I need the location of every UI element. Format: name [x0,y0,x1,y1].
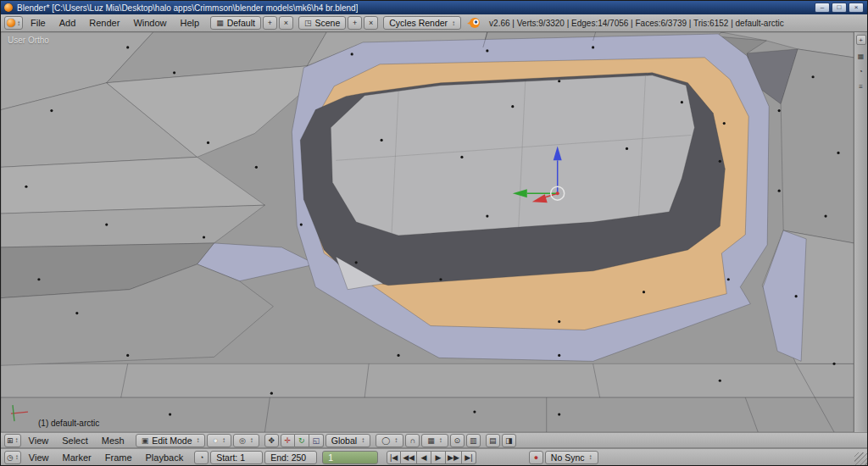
blender-window: Blender* [C:\Users\Luz Mia\Desktop\halo … [0,0,868,466]
translate-manipulator-button[interactable]: ✛ [281,434,295,447]
sync-mode-dropdown[interactable]: No Sync ↕ [545,451,598,464]
resize-grip[interactable] [854,452,867,465]
render-anim-icon: ◨ [505,436,513,445]
collapsed-panel-icon-grid[interactable]: ▦ [858,53,865,60]
3d-view-editor-icon: ⊞ [7,436,14,445]
frame-start-field[interactable]: Start: 1 [210,451,263,464]
menu-view[interactable]: View [23,435,55,447]
mesh-render [1,32,854,432]
menu-render[interactable]: Render [83,17,125,29]
screen-layout-add-button[interactable]: + [263,16,277,30]
close-button[interactable]: × [849,3,864,13]
menu-frame[interactable]: Frame [99,452,138,463]
scene-datablock-icon[interactable]: ◳ [304,19,312,27]
jump-to-start-button[interactable]: |◀ [387,451,401,464]
scale-manipulator-button[interactable]: ◱ [309,434,324,447]
updown-arrows-icon: ↕ [394,436,398,444]
active-object-label: (1) default-arctic [38,419,99,428]
proportional-edit-dropdown[interactable]: ◯ ↕ [376,434,403,447]
magnet-icon: ∩ [409,436,415,445]
viewport-shading-dropdown[interactable]: ● ↕ [207,434,231,447]
scene-value[interactable]: Scene [314,18,340,28]
menu-mesh[interactable]: Mesh [96,435,131,447]
viewport-render-anim-button[interactable]: ◨ [502,434,516,447]
viewport-render-button[interactable]: ▤ [486,434,500,447]
next-keyframe-button[interactable]: ▶▶ [446,451,462,464]
updown-arrows-icon: ↕ [222,436,225,444]
auto-keyframe-button[interactable]: ● [529,451,543,464]
manipulator-toggle-button[interactable]: ✥ [264,434,279,447]
screen-browse-icon[interactable]: ▦ [216,19,224,27]
minimize-button[interactable]: – [815,3,830,13]
snap-element-dropdown[interactable]: ▦ ↕ [421,434,448,447]
proportional-edit-icon: ◯ [381,436,390,445]
screen-layout-selector[interactable]: ▦ Default [210,16,261,30]
menu-playback[interactable]: Playback [140,452,190,463]
occlude-geometry-toggle[interactable]: ▥ [466,434,481,447]
blender-logo [466,17,481,29]
updown-arrows-icon: ↕ [361,436,364,444]
updown-arrows-icon: ↕ [452,19,455,27]
mode-value: Edit Mode [152,435,192,446]
scene-selector[interactable]: ◳ Scene [298,16,346,30]
shading-sphere-icon: ● [213,436,217,445]
snap-toggle-button[interactable]: ∩ [405,434,420,447]
info-header: ↕ File Add Render Window Help ▦ Default … [1,14,867,32]
scene-statistics: v2.66 | Verts:9/3320 | Edges:14/7056 | F… [489,19,784,28]
orientation-dropdown[interactable]: Global ↕ [326,434,370,447]
expand-panel-button[interactable]: + [856,35,866,45]
record-icon: ● [534,453,538,462]
mode-dropdown[interactable]: ▣ Edit Mode ↕ [136,434,206,447]
current-frame-field[interactable]: 1 [322,451,378,464]
playback-controls: |◀ ◀◀ ◀ ▶ ▶▶ ▶| [387,451,476,464]
screen-layout-value[interactable]: Default [227,18,255,28]
collapsed-panel-icon-clock[interactable]: ◔ [859,68,863,75]
menu-file[interactable]: File [25,17,52,29]
render-engine-value: Cycles Render [389,18,448,28]
editor-type-button-3dview[interactable]: ⊞ ↕ [4,434,21,447]
manipulator-icon: ✥ [269,436,275,445]
timeline-editor-icon: ◷ [7,453,14,462]
window-title: Blender* [C:\Users\Luz Mia\Desktop\halo … [17,3,358,13]
render-engine-dropdown[interactable]: Cycles Render ↕ [383,16,461,30]
menu-select[interactable]: Select [56,435,94,447]
translate-icon: ✛ [285,436,292,445]
preview-range-toggle[interactable]: ◔ [194,451,209,464]
menu-view-timeline[interactable]: View [23,452,55,463]
editor-type-button-timeline[interactable]: ◷ ↕ [4,451,21,464]
rotate-manipulator-button[interactable]: ↻ [295,434,309,447]
menu-add[interactable]: Add [53,17,82,29]
jump-to-end-button[interactable]: ▶| [462,451,476,464]
play-reverse-button[interactable]: ◀ [417,451,431,464]
timeline-header: ◷ ↕ View Marker Frame Playback ◔ Start: … [1,448,867,465]
window-controls: – □ × [815,3,864,13]
menu-window[interactable]: Window [127,17,172,29]
updown-arrows-icon: ↕ [15,436,19,444]
pivot-point-dropdown[interactable]: ◎ ↕ [233,434,259,447]
blender-editor-icon [7,19,15,27]
viewport-canvas[interactable]: User Ortho (1) default-arctic [1,32,854,432]
sync-mode-value: No Sync [551,452,585,463]
viewport-header: ⊞ ↕ View Select Mesh ▣ Edit Mode ↕ ● ↕ ◎… [1,432,867,448]
updown-arrows-icon: ↕ [17,19,20,27]
orientation-value: Global [331,435,357,446]
right-collapsed-panel: + ▦ ◔ ≡ [854,32,867,432]
scale-icon: ◱ [313,436,320,445]
menu-marker[interactable]: Marker [57,452,97,463]
play-button[interactable]: ▶ [431,451,446,464]
pivot-icon: ◎ [239,436,246,445]
title-bar[interactable]: Blender* [C:\Users\Luz Mia\Desktop\halo … [1,1,867,14]
updown-arrows-icon: ↕ [196,436,199,444]
snap-target-button[interactable]: ⊙ [450,434,465,447]
maximize-button[interactable]: □ [832,3,847,13]
collapsed-panel-icon-list[interactable]: ≡ [859,83,863,91]
prev-keyframe-button[interactable]: ◀◀ [401,451,417,464]
menu-help[interactable]: Help [175,17,206,29]
updown-arrows-icon: ↕ [439,436,442,444]
screen-layout-unlink-button[interactable]: × [279,16,293,30]
scene-add-button[interactable]: + [348,16,362,30]
updown-arrows-icon: ↕ [250,436,253,444]
frame-end-field[interactable]: End: 250 [264,451,317,464]
editor-type-button-info[interactable]: ↕ [4,16,23,30]
scene-unlink-button[interactable]: × [364,16,378,30]
